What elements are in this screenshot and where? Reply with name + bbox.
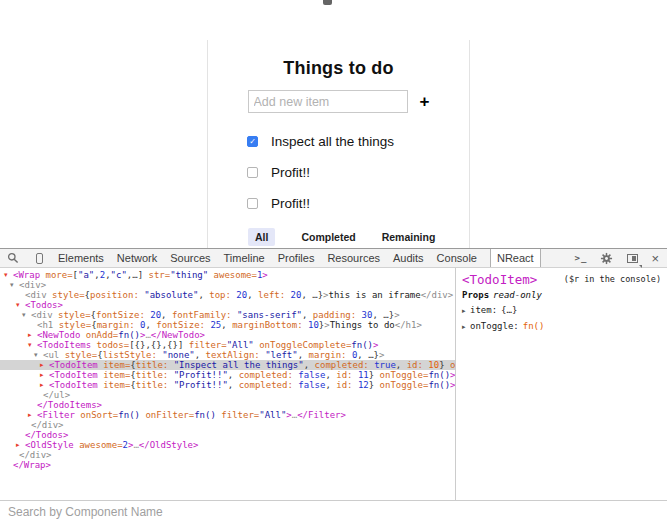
props-list: ▸item:{…}▸onToggle:fn() xyxy=(462,304,661,332)
tree-row[interactable]: ▸<OldStyle awesome=2>…</OldStyle> xyxy=(0,440,455,450)
component-search-bar xyxy=(0,500,667,523)
expand-arrow-icon[interactable]: ▸ xyxy=(40,370,49,380)
collapse-arrow-icon[interactable]: ▾ xyxy=(4,270,13,280)
search-icon[interactable] xyxy=(6,251,20,265)
tree-row[interactable]: ▾<TodoItems todos=[{},{},{}] filter="All… xyxy=(0,340,455,350)
tab-audits[interactable]: Audits xyxy=(393,249,424,267)
expand-arrow-icon[interactable]: ▸ xyxy=(40,380,49,390)
collapse-arrow-icon[interactable]: ▾ xyxy=(10,280,19,290)
tree-row[interactable]: ▾<ul style={listStyle: "none", textAlign… xyxy=(0,350,455,360)
tab-network[interactable]: Network xyxy=(117,249,157,267)
console-variable-hint: ($r in the console) xyxy=(564,274,661,284)
devtools-window-controls: >_ × xyxy=(575,251,661,265)
tree-row[interactable]: </TodoItems> xyxy=(0,400,455,410)
tree-row[interactable]: </Wrap> xyxy=(0,460,455,470)
selected-component-name: <TodoItem> xyxy=(462,272,537,287)
expand-arrow-icon[interactable]: ▸ xyxy=(28,410,37,420)
todo-app-iframe: Things to do + ✓Inspect all the thingsPr… xyxy=(207,40,470,248)
todo-label: Profit!! xyxy=(271,196,310,211)
page-top-artifact xyxy=(323,0,332,5)
tree-row[interactable]: </div> xyxy=(0,450,455,460)
todo-checkbox[interactable] xyxy=(247,167,258,178)
prop-name: onToggle: xyxy=(470,321,519,331)
devtools-tabs: ElementsNetworkSourcesTimelineProfilesRe… xyxy=(58,249,541,267)
filter-completed[interactable]: Completed xyxy=(301,228,355,246)
props-panel: <TodoItem> ($r in the console) Propsread… xyxy=(455,268,667,500)
tree-row-selected[interactable]: ▸<TodoItem item={title: "Inspect all the… xyxy=(0,360,455,370)
prop-name: item: xyxy=(470,305,497,315)
add-item-row: + xyxy=(208,90,469,113)
tree-row[interactable]: ▾<Wrap more=["a",2,"c",…] str="thing" aw… xyxy=(0,270,455,280)
close-icon[interactable]: × xyxy=(651,252,659,265)
tree-row[interactable]: </Todos> xyxy=(0,430,455,440)
collapse-arrow-icon[interactable]: ▾ xyxy=(16,300,25,310)
filter-remaining[interactable]: Remaining xyxy=(382,228,436,246)
collapse-arrow-icon[interactable]: ▾ xyxy=(28,340,37,350)
tree-row[interactable]: ▸<NewTodo onAdd=fn()>…</NewTodo> xyxy=(0,330,455,340)
filter-bar: AllCompletedRemaining xyxy=(208,228,469,246)
expand-arrow-icon[interactable]: ▸ xyxy=(28,330,37,340)
component-tree: ▾<Wrap more=["a",2,"c",…] str="thing" aw… xyxy=(0,268,455,500)
tree-row[interactable]: ▾<Todos> xyxy=(0,300,455,310)
expand-arrow-icon[interactable]: ▸ xyxy=(40,360,49,370)
tab-sources[interactable]: Sources xyxy=(170,249,210,267)
expand-arrow-icon[interactable]: ▸ xyxy=(462,321,470,333)
todo-item: Profit!! xyxy=(208,157,469,188)
devtools-panel: ElementsNetworkSourcesTimelineProfilesRe… xyxy=(0,248,667,523)
expand-arrow-icon[interactable]: ▸ xyxy=(462,305,470,317)
collapse-arrow-icon[interactable]: ▾ xyxy=(34,350,43,360)
tree-row[interactable]: ▸<Filter onSort=fn() onFilter=fn() filte… xyxy=(0,410,455,420)
todo-item: Profit!! xyxy=(208,188,469,219)
prop-value: {…} xyxy=(501,305,517,315)
prop-row[interactable]: ▸item:{…} xyxy=(462,304,661,316)
props-section-label: Propsread-only xyxy=(462,290,661,300)
tree-row[interactable]: ▸<TodoItem item={title: "Profit!!", comp… xyxy=(0,370,455,380)
filter-all[interactable]: All xyxy=(248,228,275,246)
expand-arrow-icon[interactable]: ▸ xyxy=(16,440,25,450)
component-search-input[interactable] xyxy=(0,505,667,519)
todo-label: Inspect all the things xyxy=(271,134,394,149)
props-header: <TodoItem> ($r in the console) xyxy=(462,272,661,287)
collapse-arrow-icon[interactable]: ▾ xyxy=(22,310,31,320)
add-item-button[interactable]: + xyxy=(420,93,430,110)
tree-row[interactable]: </div> xyxy=(0,420,455,430)
tab-console[interactable]: Console xyxy=(437,249,477,267)
tree-row[interactable]: <div style={position: "absolute", top: 2… xyxy=(0,290,455,300)
tree-row[interactable]: ▾<div style={fontSize: 20, fontFamily: "… xyxy=(0,310,455,320)
add-item-input[interactable] xyxy=(248,90,408,113)
device-mode-icon[interactable] xyxy=(32,251,46,265)
tree-row[interactable]: ▾<div> xyxy=(0,280,455,290)
tree-row[interactable]: <h1 style={margin: 0, fontSize: 25, marg… xyxy=(0,320,455,330)
tree-row[interactable]: </ul> xyxy=(0,390,455,400)
todo-list: ✓Inspect all the thingsProfit!!Profit!! xyxy=(208,126,469,219)
prop-row[interactable]: ▸onToggle:fn() xyxy=(462,320,661,332)
todo-label: Profit!! xyxy=(271,165,310,180)
devtools-toolbar: ElementsNetworkSourcesTimelineProfilesRe… xyxy=(0,249,667,268)
prop-value: fn() xyxy=(523,321,545,331)
todo-checkbox[interactable] xyxy=(247,198,258,209)
console-drawer-icon[interactable]: >_ xyxy=(575,253,588,263)
tab-timeline[interactable]: Timeline xyxy=(224,249,265,267)
app-title: Things to do xyxy=(208,58,469,79)
tab-nreact[interactable]: NReact xyxy=(490,249,541,267)
settings-gear-icon[interactable] xyxy=(599,251,613,265)
tab-resources[interactable]: Resources xyxy=(327,249,380,267)
tab-profiles[interactable]: Profiles xyxy=(278,249,315,267)
todo-item: ✓Inspect all the things xyxy=(208,126,469,157)
todo-checkbox-checked[interactable]: ✓ xyxy=(247,136,258,147)
tree-row[interactable]: ▸<TodoItem item={title: "Profit!!", comp… xyxy=(0,380,455,390)
dock-window-icon[interactable] xyxy=(625,251,639,265)
tab-elements[interactable]: Elements xyxy=(58,249,104,267)
